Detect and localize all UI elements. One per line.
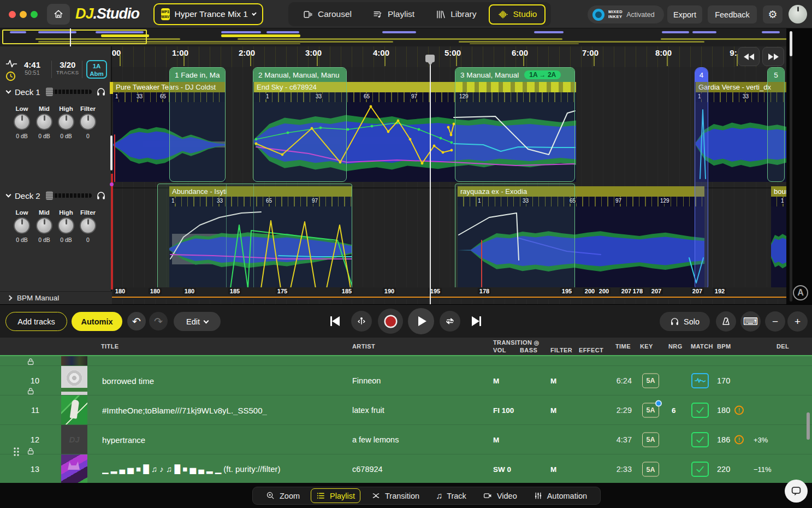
zoom-window-button[interactable]: [31, 11, 38, 18]
filter-value[interactable]: M: [550, 376, 556, 385]
deck1-high-knob[interactable]: [58, 114, 74, 130]
tab-zoom[interactable]: Zoom: [260, 488, 305, 503]
filter-value[interactable]: M: [550, 406, 556, 414]
time-ruler[interactable]: 00 1:00 2:00 3:00 4:00 5:00 6:00 7:00 8:…: [112, 46, 786, 67]
add-tracks-button[interactable]: Add tracks: [5, 312, 67, 331]
waveform-deck2-c[interactable]: [771, 206, 786, 288]
tab-track[interactable]: ♫ Track: [430, 489, 472, 503]
bpm-manual-toggle[interactable]: BPM Manual: [0, 291, 112, 304]
deck2-filter-knob[interactable]: [80, 217, 96, 234]
playlist-row-11[interactable]: 11 #ImtheOne;toBlame///71kj9WLv8yL._SS50…: [0, 395, 812, 424]
vol-value[interactable]: M: [493, 376, 499, 385]
jump-to-playhead-button[interactable]: [351, 311, 372, 332]
skip-to-start-button[interactable]: [327, 313, 343, 329]
transition-4[interactable]: 4: [695, 67, 708, 291]
vol-value[interactable]: SW 0: [493, 465, 511, 474]
lock-icon[interactable]: [26, 447, 35, 456]
play-button[interactable]: [408, 308, 434, 334]
deck2-volume-fader[interactable]: [47, 193, 92, 198]
col-nrg[interactable]: NRG: [668, 343, 683, 350]
deck2-low-knob[interactable]: [14, 217, 30, 234]
deck2-high-knob[interactable]: [58, 217, 74, 234]
feedback-button[interactable]: Feedback: [708, 5, 757, 23]
deck2-mid-knob[interactable]: [36, 217, 52, 234]
col-match[interactable]: MATCH: [691, 343, 713, 350]
bpm-warning-icon[interactable]: !: [734, 405, 744, 415]
a-logo[interactable]: A: [793, 285, 808, 300]
chevron-down-icon[interactable]: [6, 88, 11, 94]
tab-video[interactable]: Video: [477, 488, 523, 503]
transition-1[interactable]: 1 Fade in, Ma: [169, 67, 226, 182]
export-button[interactable]: Export: [667, 5, 702, 23]
playhead[interactable]: [430, 55, 431, 304]
key-badge[interactable]: 5A: [642, 432, 659, 447]
match-indicator[interactable]: [691, 432, 709, 447]
key-badge[interactable]: 5A: [642, 403, 659, 417]
playlist-row-12[interactable]: 12 DJ hypertrance a few lemons M 4:37 5A…: [0, 424, 812, 454]
deck1-mid-knob[interactable]: [36, 114, 52, 130]
deck1-filter-knob[interactable]: [80, 114, 96, 130]
col-bpm[interactable]: BPM: [717, 343, 731, 350]
home-button[interactable]: [47, 4, 70, 25]
playlist-row-10[interactable]: 10 borrowed time Finneon M M 6:24 5A 170: [0, 365, 812, 395]
close-window-button[interactable]: [9, 11, 16, 18]
rewind-button[interactable]: [738, 47, 760, 66]
match-indicator[interactable]: [691, 373, 709, 388]
fast-forward-button[interactable]: [762, 47, 784, 66]
solo-button[interactable]: Solo: [660, 312, 710, 331]
timeline-scrollbar-track[interactable]: [790, 31, 792, 302]
playlist-row-13[interactable]: 13 ▁ ▂ ▄ ▅ ■ █ ♫ ♪ ♫ █ ■ ▅ ▄ ▂ ▁ (ft. pu…: [0, 454, 812, 483]
automix-button[interactable]: Automix: [72, 312, 122, 331]
undo-button[interactable]: ↶: [127, 312, 146, 330]
zoom-out-button[interactable]: −: [765, 311, 785, 332]
headphones-icon[interactable]: [96, 191, 106, 200]
mixed-in-key-status[interactable]: MIXEDINKEY Activated: [588, 5, 664, 23]
key-badge[interactable]: 5A: [642, 373, 659, 388]
transition-3[interactable]: 3 Manual, Manual1A → 2A: [455, 67, 575, 182]
zoom-in-button[interactable]: +: [787, 311, 808, 332]
col-title[interactable]: TITLE: [101, 343, 119, 350]
key-badge[interactable]: 5A: [642, 462, 659, 477]
bpm-warning-icon[interactable]: !: [734, 435, 744, 444]
col-artist[interactable]: ARTIST: [352, 343, 375, 350]
headphones-icon[interactable]: [96, 87, 106, 97]
drag-handle-icon[interactable]: [12, 447, 21, 457]
deck1-volume-fader[interactable]: [47, 90, 92, 94]
minimize-window-button[interactable]: [20, 11, 27, 18]
eye-icon[interactable]: ◎: [534, 339, 540, 346]
skip-to-end-button[interactable]: [468, 313, 484, 329]
avatar[interactable]: [789, 5, 807, 23]
tab-library[interactable]: Library: [426, 4, 485, 25]
tab-transition[interactable]: Transition: [366, 488, 425, 503]
playlist-scrollbar-thumb[interactable]: [807, 412, 810, 440]
clip-label-deck2-c[interactable]: bour: [771, 186, 786, 197]
tab-automation[interactable]: Automation: [528, 488, 592, 503]
timeline-minimap[interactable]: [0, 28, 812, 46]
edit-menu-button[interactable]: Edit: [174, 312, 221, 331]
col-key[interactable]: KEY: [640, 343, 653, 350]
chevron-down-icon[interactable]: [6, 192, 11, 198]
transition-5[interactable]: 5: [767, 67, 785, 182]
lock-icon[interactable]: [26, 357, 35, 367]
col-time[interactable]: TIME: [615, 343, 631, 350]
minimap-viewport[interactable]: [2, 29, 147, 44]
match-indicator[interactable]: [691, 403, 709, 418]
master-key-badge[interactable]: 1AAbm: [86, 60, 107, 79]
loop-button[interactable]: [440, 311, 460, 332]
bpm-automation-row[interactable]: 180 180 180 185 175 185 190 195 178 195 …: [112, 287, 786, 299]
keyboard-shortcuts-button[interactable]: ⌨: [740, 311, 761, 332]
support-chat-button[interactable]: [785, 480, 808, 503]
tab-playlist-view[interactable]: Playlist: [311, 488, 360, 503]
lock-icon[interactable]: [26, 387, 35, 396]
vol-value[interactable]: FI 100: [493, 406, 514, 414]
vol-value[interactable]: M: [493, 435, 499, 444]
settings-button[interactable]: ⚙: [763, 5, 783, 23]
deck1-low-knob[interactable]: [14, 114, 30, 130]
tab-playlist[interactable]: Playlist: [364, 4, 423, 25]
metronome-button[interactable]: [716, 311, 736, 332]
match-indicator[interactable]: [691, 462, 709, 477]
tab-carousel[interactable]: Carousel: [294, 4, 360, 25]
playhead-handle[interactable]: [425, 55, 435, 62]
tab-studio[interactable]: Studio: [489, 4, 546, 25]
record-button[interactable]: [378, 309, 403, 334]
